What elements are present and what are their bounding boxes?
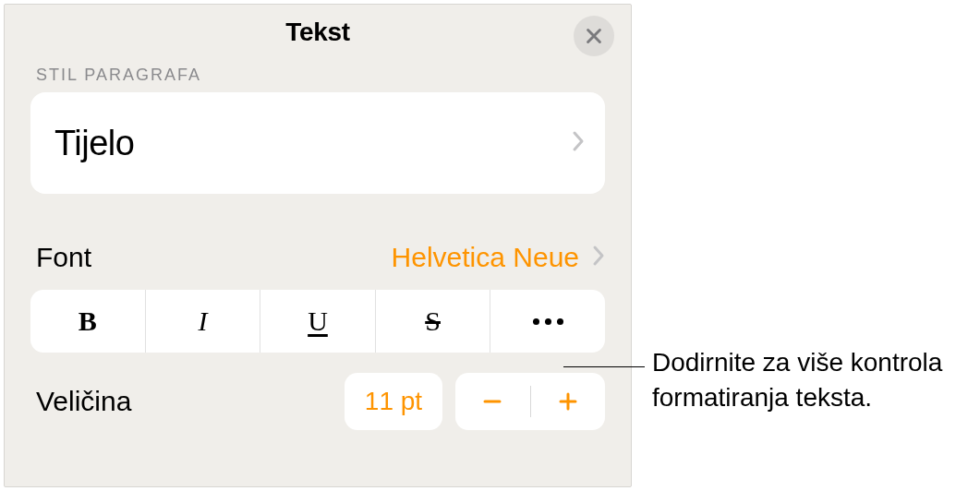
callout-line-2: formatiranja teksta. bbox=[652, 383, 872, 412]
close-button[interactable] bbox=[574, 16, 614, 56]
callout-line-1: Dodirnite za više kontrola bbox=[652, 348, 942, 377]
size-stepper bbox=[455, 373, 605, 430]
bold-button[interactable]: B bbox=[30, 290, 146, 353]
strikethrough-icon: S bbox=[425, 305, 441, 337]
chevron-right-icon bbox=[592, 245, 605, 270]
font-label: Font bbox=[30, 242, 91, 273]
italic-icon: I bbox=[198, 305, 207, 337]
font-value-wrap: Helvetica Neue bbox=[392, 242, 605, 273]
panel-title: Tekst bbox=[285, 18, 350, 47]
more-options-button[interactable] bbox=[490, 290, 605, 353]
bold-icon: B bbox=[79, 305, 97, 337]
size-decrease-button[interactable] bbox=[455, 373, 530, 430]
size-row: Veličina 11 pt bbox=[30, 373, 605, 430]
format-panel: Tekst STIL PARAGRAFA Tijelo Font Helveti… bbox=[4, 4, 632, 487]
size-label: Veličina bbox=[30, 386, 131, 417]
font-selector[interactable]: Font Helvetica Neue bbox=[30, 242, 605, 273]
plus-icon bbox=[557, 390, 579, 413]
callout-text: Dodirnite za više kontrola formatiranja … bbox=[652, 345, 975, 415]
underline-button[interactable]: U bbox=[260, 290, 376, 353]
paragraph-style-value: Tijelo bbox=[54, 124, 134, 163]
close-icon bbox=[584, 26, 604, 46]
more-icon bbox=[533, 318, 563, 325]
italic-button[interactable]: I bbox=[146, 290, 261, 353]
callout-leader-line bbox=[563, 366, 645, 367]
chevron-right-icon bbox=[572, 130, 585, 156]
font-value: Helvetica Neue bbox=[392, 242, 579, 273]
size-value-button[interactable]: 11 pt bbox=[345, 373, 442, 430]
font-style-toolbar: B I U S bbox=[30, 290, 605, 353]
strikethrough-button[interactable]: S bbox=[376, 290, 491, 353]
paragraph-style-selector[interactable]: Tijelo bbox=[30, 92, 605, 194]
panel-header: Tekst bbox=[5, 5, 631, 60]
size-increase-button[interactable] bbox=[531, 373, 606, 430]
section-label-paragraph-style: STIL PARAGRAFA bbox=[5, 60, 631, 92]
size-controls: 11 pt bbox=[345, 373, 605, 430]
underline-icon: U bbox=[308, 305, 328, 337]
minus-icon bbox=[481, 390, 503, 413]
